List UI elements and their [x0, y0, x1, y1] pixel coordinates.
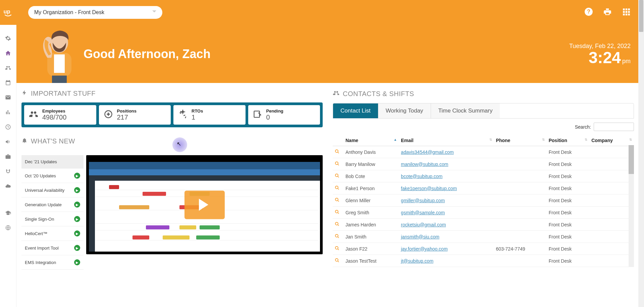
stat-pending[interactable]: Pending0: [248, 105, 320, 125]
bell-icon: [21, 137, 28, 145]
svg-rect-9: [626, 11, 627, 13]
svg-rect-11: [623, 13, 625, 15]
print-icon[interactable]: [603, 7, 612, 17]
svg-point-29: [335, 259, 338, 261]
svg-rect-10: [628, 11, 630, 13]
stat-rtos[interactable]: RTOs1: [173, 105, 246, 125]
whatsnew-item[interactable]: Dec '21 Updates: [21, 155, 84, 169]
calendar-icon[interactable]: [5, 79, 11, 86]
chart-icon[interactable]: [5, 109, 11, 116]
col-name[interactable]: Name▲: [343, 135, 399, 146]
tab-time-clock[interactable]: Time Clock Summary: [431, 103, 500, 118]
email-link[interactable]: bcote@subitup.com: [401, 174, 442, 179]
arrow-icon: ▶: [74, 245, 80, 251]
table-row: Glenn Miller gmiller@subitup.com Front D…: [333, 194, 634, 207]
contacts-table: Name▲ Email⇅ Phone⇅ Position⇅ Company⇅ A…: [333, 135, 634, 267]
table-scrollbar[interactable]: [629, 145, 634, 267]
email-link[interactable]: gsmith@sample.com: [401, 210, 445, 215]
stat-employees[interactable]: Employees498/700: [24, 105, 96, 125]
magnify-icon[interactable]: [335, 198, 339, 203]
whatsnew-item[interactable]: Generation Update▶: [21, 198, 84, 212]
email-link[interactable]: jansmith@siu.com: [401, 234, 439, 239]
whatsnew-video[interactable]: [86, 155, 323, 254]
globe-icon[interactable]: [5, 224, 11, 231]
whatsnew-item[interactable]: Single Sign-On▶: [21, 212, 84, 226]
svg-point-20: [335, 150, 338, 152]
bolt-icon: [21, 90, 28, 97]
svg-point-21: [335, 162, 338, 165]
gear-icon[interactable]: [5, 35, 11, 42]
email-link[interactable]: rocketsiu@gmail.com: [401, 222, 446, 227]
cloud-icon[interactable]: [5, 183, 11, 189]
email-link[interactable]: manilow@subitup.com: [401, 162, 448, 167]
email-link[interactable]: jt@subitup.com: [401, 258, 433, 264]
current-time: 3:24: [589, 48, 621, 66]
avatar-illustration: [30, 26, 84, 83]
sparkle-icon: [178, 109, 187, 120]
arrow-icon: ▶: [74, 187, 80, 193]
search-label: Search:: [575, 124, 591, 130]
users-icon: [29, 109, 38, 120]
col-phone[interactable]: Phone⇅: [494, 135, 547, 146]
table-row: Jason TestTest jt@subitup.com Front Desk: [333, 255, 634, 267]
magnify-icon[interactable]: [335, 234, 339, 239]
tab-working-today[interactable]: Working Today: [378, 103, 431, 118]
svg-rect-8: [623, 11, 625, 13]
home-icon[interactable]: [5, 50, 11, 56]
svg-rect-5: [623, 8, 625, 10]
magnify-icon[interactable]: [335, 210, 339, 215]
play-icon[interactable]: [184, 190, 225, 219]
tab-contact-list[interactable]: Contact List: [333, 103, 378, 118]
svg-rect-12: [626, 13, 627, 15]
magnify-icon[interactable]: [335, 162, 339, 167]
users-icon[interactable]: [5, 64, 11, 71]
magnify-icon[interactable]: [335, 186, 339, 191]
magnify-icon[interactable]: [335, 222, 339, 227]
edit-icon: [253, 109, 262, 120]
whatsnew-item[interactable]: Oct '20 Updates▶: [21, 169, 84, 183]
logo[interactable]: up: [0, 0, 16, 25]
briefcase-icon[interactable]: [5, 153, 11, 160]
col-email[interactable]: Email⇅: [399, 135, 494, 146]
col-position[interactable]: Position⇅: [547, 135, 589, 146]
svg-point-28: [335, 247, 338, 249]
col-company[interactable]: Company⇅: [589, 135, 634, 146]
magnify-icon[interactable]: [335, 174, 339, 179]
svg-point-23: [335, 186, 338, 189]
table-row: Jason F22 jay.fortier@yahoo.com 603-724-…: [333, 243, 634, 255]
magnify-icon[interactable]: [335, 246, 339, 252]
stat-positions[interactable]: Positions217: [99, 105, 171, 125]
whatsnew-item[interactable]: HelloCert™▶: [21, 226, 84, 241]
arrow-icon: ▶: [74, 202, 80, 208]
page-scrollbar[interactable]: [638, 0, 644, 307]
email-link[interactable]: adavis34544@gmail.com: [401, 149, 453, 155]
sidebar: up: [0, 0, 16, 307]
search-input[interactable]: [594, 123, 634, 131]
org-selector[interactable]: My Organization - Front Desk: [28, 6, 162, 19]
envelope-icon[interactable]: [5, 94, 11, 101]
arrow-icon: ▶: [74, 259, 80, 265]
whatsnew-item[interactable]: Universal Availability▶: [21, 183, 84, 198]
whatsnew-list: Dec '21 UpdatesOct '20 Updates▶Universal…: [21, 155, 84, 270]
magnify-icon[interactable]: [335, 149, 339, 155]
whatsnew-item[interactable]: Event Import Tool▶: [21, 241, 84, 255]
email-link[interactable]: fake1person@subitup.com: [401, 186, 457, 191]
magnet-icon[interactable]: [5, 168, 11, 175]
svg-point-24: [335, 198, 338, 201]
clock-icon[interactable]: [5, 124, 11, 130]
magnify-icon[interactable]: [335, 258, 339, 264]
svg-point-27: [335, 234, 338, 237]
table-row: Fake1 Person fake1person@subitup.com Fro…: [333, 182, 634, 194]
svg-rect-19: [254, 111, 259, 118]
email-link[interactable]: jay.fortier@yahoo.com: [401, 246, 447, 252]
email-link[interactable]: gmiller@subitup.com: [401, 198, 445, 203]
apps-grid-icon[interactable]: [622, 7, 631, 17]
arrow-icon: ▶: [74, 230, 80, 236]
svg-text:up: up: [4, 8, 10, 14]
svg-point-26: [335, 222, 338, 225]
arrow-icon: ▶: [74, 173, 80, 179]
graduation-icon[interactable]: [5, 210, 11, 216]
whatsnew-item[interactable]: EMS Integration▶: [21, 255, 84, 270]
help-icon[interactable]: ?: [584, 7, 593, 17]
bullhorn-icon[interactable]: [5, 138, 11, 145]
